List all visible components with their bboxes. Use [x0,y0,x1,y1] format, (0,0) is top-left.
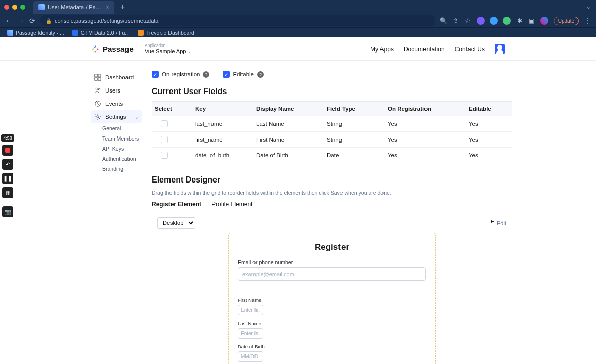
reload-button[interactable]: ⟳ [29,17,35,25]
nav-my-apps[interactable]: My Apps [370,46,394,53]
register-title: Register [238,242,426,252]
table-header: Select Key Display Name Field Type On Re… [152,101,512,116]
info-icon[interactable]: ? [203,71,209,78]
extensions-icon[interactable]: ✱ [516,17,523,24]
svg-rect-4 [95,74,97,77]
table-row[interactable]: first_name First Name String Yes Yes [152,132,512,148]
bookmark-trevor[interactable]: Trevor.io Dashboard [138,30,194,36]
tabs-overflow-icon[interactable]: ⌄ [586,3,591,10]
table-row[interactable]: last_name Last Name String Yes Yes [152,116,512,132]
bookmark-icon [138,30,144,36]
viewport-select[interactable]: Desktop [157,217,195,229]
stop-recording-button[interactable] [2,145,13,156]
bookmarks-bar: Passage Identity - ... GTM Data 2.0 › Fu… [0,27,596,37]
gear-icon [94,113,101,120]
pause-recording-button[interactable]: ❚❚ [2,173,13,184]
profile-avatar-icon[interactable] [540,17,548,25]
svg-rect-6 [95,78,97,80]
bookmark-gtm[interactable]: GTM Data 2.0 › Fu... [72,30,130,36]
sidebar-sub-general[interactable]: General [91,123,142,133]
back-button[interactable]: ← [5,17,12,25]
recording-timer: 4:58 [1,134,14,142]
app-switcher[interactable]: Application Vue Sample App ⌄ [145,43,192,55]
row-checkbox[interactable] [161,120,168,127]
section-title-designer: Element Designer [152,175,512,185]
checkbox-checked-icon: ✓ [223,71,230,78]
sidebar-item-dashboard[interactable]: Dashboard [91,71,142,84]
sidebar-sub-team-members[interactable]: Team Members [91,133,142,144]
identifier-label: Email or phone number [238,259,426,265]
url-bar[interactable]: 🔒 console.passage.id/settings/usermetada… [40,15,435,26]
maximize-window[interactable] [20,5,25,10]
svg-point-11 [97,116,99,118]
new-tab-button[interactable]: + [120,3,125,12]
first-name-input[interactable] [238,305,263,315]
sidebar-item-settings[interactable]: Settings ⌄ [91,110,142,123]
sidebar: Dashboard Users Events Settings ⌄ Genera… [91,71,142,364]
edit-link[interactable]: Edit [497,220,506,226]
minimize-window[interactable] [12,5,17,10]
close-tab-icon[interactable]: × [106,4,109,11]
svg-point-9 [98,88,100,90]
row-checkbox[interactable] [161,152,168,159]
delete-recording-button[interactable]: 🗑 [2,187,13,198]
loom-toolbar: 4:58 ↶ ❚❚ 🗑 📷 [2,134,14,217]
share-icon[interactable]: ⇪ [452,17,459,24]
register-card: Register Email or phone number First Nam… [228,233,436,364]
browser-chrome: User Metadata / Passage Cons × + ⌄ ← → ⟳… [0,0,596,27]
app-header: Passage Application Vue Sample App ⌄ My … [0,37,596,61]
tab-favicon [38,4,45,10]
restart-recording-button[interactable]: ↶ [2,159,13,170]
close-window[interactable] [4,5,9,10]
tab-title: User Metadata / Passage Cons [48,4,103,10]
bookmark-icon [72,30,78,36]
users-icon [94,87,101,94]
sidepanel-icon[interactable]: ▣ [528,17,535,24]
designer-tabs: Register Element Profile Element [152,201,512,209]
nav-contact-us[interactable]: Contact Us [455,46,485,53]
sidebar-item-users[interactable]: Users [91,84,142,97]
tab-register-element[interactable]: Register Element [152,201,201,209]
search-icon[interactable]: 🔍 [440,17,447,24]
lock-icon: 🔒 [46,18,52,24]
url-text: console.passage.id/settings/usermetadata [55,18,158,24]
info-icon[interactable]: ? [257,71,264,78]
checkbox-on-registration[interactable]: ✓On registration? [152,71,209,78]
table-row[interactable]: date_of_birth Date of Birth Date Yes Yes [152,148,512,163]
extension-icon-2[interactable] [490,17,498,25]
extension-icon-3[interactable] [503,17,511,25]
bookmark-passage[interactable]: Passage Identity - ... [7,30,64,36]
logo[interactable]: Passage [91,44,134,53]
svg-marker-0 [94,45,97,48]
field-dob: Date of Birth [238,344,426,362]
svg-marker-2 [94,50,97,53]
checkbox-editable[interactable]: ✓Editable? [223,71,264,78]
svg-rect-7 [98,78,101,80]
tab-profile-element[interactable]: Profile Element [211,201,252,209]
sidebar-sub-api-keys[interactable]: API Keys [91,144,142,154]
nav-documentation[interactable]: Documentation [404,46,445,53]
svg-marker-3 [92,48,94,50]
star-icon[interactable]: ☆ [464,17,472,24]
camera-button[interactable]: 📷 [2,206,13,217]
profile-menu[interactable] [495,44,505,54]
sidebar-item-events[interactable]: Events [91,97,142,110]
extension-icon-1[interactable] [477,17,485,25]
chevron-down-icon: ⌄ [188,49,192,54]
dob-input[interactable] [238,351,263,362]
sidebar-sub-branding[interactable]: Branding [91,164,142,174]
svg-marker-1 [96,48,99,50]
designer-frame: Desktop ➤Edit Register Email or phone nu… [152,212,512,364]
user-fields-table: Select Key Display Name Field Type On Re… [152,101,512,163]
last-name-input[interactable] [238,328,263,339]
browser-tab[interactable]: User Metadata / Passage Cons × [33,1,114,14]
forward-button[interactable]: → [17,17,24,25]
menu-icon[interactable]: ⋮ [584,17,591,24]
svg-rect-5 [98,74,101,77]
window-controls [4,5,25,10]
sidebar-sub-authentication[interactable]: Authentication [91,154,142,164]
row-checkbox[interactable] [161,136,168,143]
update-button[interactable]: Update [554,17,579,25]
identifier-input[interactable] [238,267,426,281]
logo-mark-icon [91,45,99,53]
